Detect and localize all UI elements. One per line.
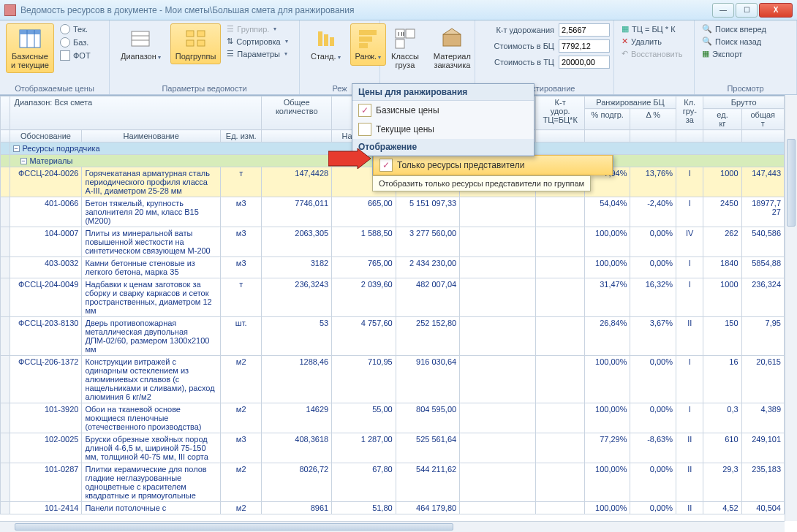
table-row[interactable]: 102-0025Бруски обрезные хвойных пород дл… <box>1 433 785 463</box>
cell-pu: 55,00 <box>332 403 396 433</box>
cell-ed: 4,52 <box>703 502 741 514</box>
cell-ku <box>536 502 585 514</box>
cell-ob: ФССЦ-204-0026 <box>10 167 82 197</box>
cell-ob: 102-0025 <box>10 433 82 463</box>
cell-kg: II <box>676 317 703 356</box>
table-row[interactable]: ФССЦ-204-0049Надбавки к ценам заготовок … <box>1 278 785 317</box>
table-row[interactable]: ФССЦ-206-1372Конструкции витражей с один… <box>1 356 785 403</box>
cell-extra <box>460 227 536 257</box>
table-row[interactable]: 101-2414Панели потолочные см2896151,8046… <box>1 502 785 514</box>
cell-ot: 20,615 <box>741 356 784 403</box>
cell-name: Камни бетонные стеновые из легкого бетон… <box>82 257 221 278</box>
kg-header[interactable]: Кл. гру- за <box>676 96 703 130</box>
current-prices-radio[interactable]: Тек. <box>58 23 92 35</box>
cell-tot: 482 007,04 <box>396 278 460 317</box>
name-header[interactable]: Наименование <box>82 130 221 142</box>
minimize-button[interactable]: — <box>712 3 734 18</box>
kt-label: К-т удорожания <box>481 26 554 34</box>
rank-header[interactable]: Ранжирование БЦ <box>584 96 676 109</box>
maximize-button[interactable]: ☐ <box>736 3 758 18</box>
table-row[interactable]: 401-0066Бетон тяжелый, крупность заполни… <box>1 197 785 227</box>
cell-ku <box>536 463 585 502</box>
radio-icon <box>60 37 70 48</box>
check-icon: ✓ <box>358 104 371 117</box>
brutto-header[interactable]: Брутто <box>703 96 785 109</box>
table-row[interactable]: 104-0007Плиты из минеральной ваты повыше… <box>1 227 785 257</box>
cell-unit: м3 <box>221 257 262 278</box>
subgroups-button[interactable]: Подгруппы <box>170 23 222 64</box>
qty-header[interactable]: Общее количество <box>262 96 332 130</box>
grouping-button: ☰Группир.▾ <box>225 23 289 34</box>
cell-extra <box>460 257 536 278</box>
table-row[interactable]: 101-0287Плитки керамические для полов гл… <box>1 463 785 502</box>
cell-ob: 104-0007 <box>10 227 82 257</box>
search-back-button[interactable]: 🔍Поиск назад <box>700 36 768 47</box>
search-forward-button[interactable]: 🔍Поиск вперед <box>700 23 768 34</box>
cell-unit: м2 <box>221 502 262 514</box>
cell-ot: 235,183 <box>741 463 784 502</box>
cell-kg: I <box>676 257 703 278</box>
cell-ob: 101-3920 <box>10 403 82 433</box>
export-button[interactable]: ▦Экспорт <box>700 48 768 59</box>
params-button[interactable]: ☰Параметры▾ <box>225 48 289 59</box>
pp-header[interactable]: % подгр. <box>584 109 630 130</box>
base-prices-option[interactable]: ✓Базисные цены <box>352 101 534 120</box>
unit-header[interactable]: Ед. изм. <box>221 130 262 142</box>
cell-extra <box>460 278 536 317</box>
cell-ed: 150 <box>703 317 741 356</box>
scrollbar-thumb[interactable] <box>787 139 796 227</box>
customer-material-button[interactable]: Материал заказчика <box>428 23 476 73</box>
cell-extra <box>460 403 536 433</box>
cell-kg: II <box>676 433 703 463</box>
kt-input[interactable] <box>559 23 610 37</box>
horizontal-scrollbar[interactable] <box>0 521 785 532</box>
cell-dp: 0,00% <box>630 227 676 257</box>
table-row[interactable]: 403-0032Камни бетонные стеновые из легко… <box>1 257 785 278</box>
ku-header[interactable]: К-т удор. ТЦ=БЦ*К <box>536 96 585 130</box>
cell-ed: 610 <box>703 433 741 463</box>
collapse-icon[interactable]: − <box>20 158 27 164</box>
delete-button[interactable]: ✕Удалить <box>620 36 684 47</box>
collapse-icon[interactable]: − <box>13 145 20 152</box>
range-button[interactable]: Диапазон▾ <box>116 23 166 66</box>
ot-header[interactable]: общая т <box>741 109 784 130</box>
scrollbar-thumb[interactable] <box>15 523 453 531</box>
cell-extra <box>460 502 536 514</box>
cell-ku <box>536 403 585 433</box>
standard-mode-button[interactable]: Станд.▾ <box>306 23 346 66</box>
current-prices-option[interactable]: Текущие цены <box>352 120 534 139</box>
cost-tc-input[interactable] <box>559 56 610 69</box>
base-prices-radio[interactable]: Баз. <box>58 37 92 48</box>
table-row[interactable]: 101-3920Обои на тканевой основе моющиеся… <box>1 403 785 433</box>
close-button[interactable]: X <box>759 3 793 18</box>
cost-bc-input[interactable] <box>559 39 610 53</box>
fot-checkbox[interactable]: ФОТ <box>58 50 92 61</box>
cell-ed: 16 <box>703 356 741 403</box>
range-header[interactable]: Диапазон: Вся смета <box>10 96 262 130</box>
tc-bc-k-button[interactable]: ▦ТЦ = БЦ * К <box>620 23 684 34</box>
representatives-only-option[interactable]: ✓Только ресурсы представители <box>373 155 613 175</box>
window-title: Ведомость ресурсов в документе - Мои сме… <box>20 5 354 15</box>
ob-header[interactable]: Обоснование <box>10 130 82 142</box>
sort-button[interactable]: ⇅Сортировка▾ <box>225 36 289 47</box>
cell-qty: 53 <box>262 317 332 356</box>
cell-dp: -8,63% <box>630 433 676 463</box>
vertical-scrollbar[interactable] <box>785 95 797 521</box>
cell-name: Обои на тканевой основе моющиеся пленочн… <box>82 403 221 433</box>
cell-extra <box>460 356 536 403</box>
ranking-icon <box>356 27 379 50</box>
table-row[interactable]: ФССЦ-203-8130Дверь противопожарная метал… <box>1 317 785 356</box>
cell-name: Надбавки к ценам заготовок за сборку и с… <box>82 278 221 317</box>
dp-header[interactable]: Δ % <box>630 109 676 130</box>
cell-tot: 252 152,80 <box>396 317 460 356</box>
cell-ob: 401-0066 <box>10 197 82 227</box>
cell-pp: 100,00% <box>584 403 630 433</box>
cell-ed: 2450 <box>703 197 741 227</box>
svg-text:I II: I II <box>398 31 404 37</box>
cargo-classes-button[interactable]: I II Классы груза <box>386 23 424 73</box>
prices-base-current-button[interactable]: Базисные и текущие <box>6 23 54 73</box>
cell-ot: 7,95 <box>741 317 784 356</box>
group-label: Просмотр <box>700 83 790 93</box>
cell-pp: 77,29% <box>584 433 630 463</box>
edkg-header[interactable]: ед. кг <box>703 109 741 130</box>
